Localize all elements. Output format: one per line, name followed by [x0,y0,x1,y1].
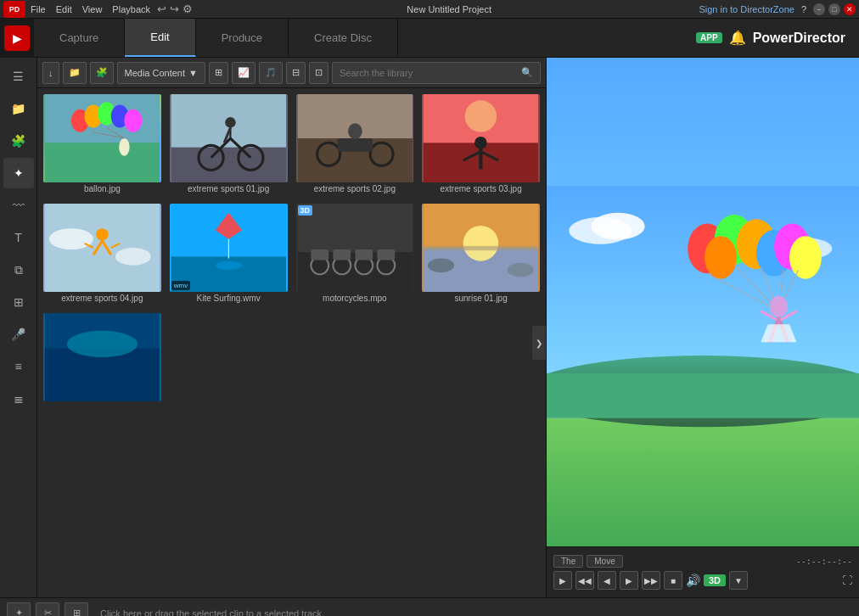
dropdown-arrow-preview[interactable]: ▼ [729,571,748,590]
media-thumb-extreme3 [422,94,540,182]
svg-point-30 [465,100,497,132]
media-item-sunrise[interactable]: sunrise 01.jpg [419,201,542,307]
left-sidebar: ☰ 📁 🧩 ✦ 〰 T ⧉ ⊞ 🎤 ≡ ≣ [0,58,37,597]
media-thumb-extreme2 [296,94,414,182]
notification-icon[interactable]: 🔔 [729,30,746,46]
drop-hint: Click here or drag the selected clip to … [93,608,852,617]
sidebar-motion-icon[interactable]: ⊞ [3,287,34,317]
fullscreen-button[interactable]: ⛶ [842,574,852,586]
media-item-balloon[interactable]: ballon.jpg [41,92,164,198]
svg-rect-57 [355,249,373,260]
tab-produce[interactable]: Produce [196,19,289,57]
sidebar-nav-icon[interactable]: ☰ [3,61,34,92]
menu-view[interactable]: View [82,4,103,14]
undo-icon[interactable]: ↩ [157,3,166,15]
svg-point-36 [49,228,93,249]
tab-edit[interactable]: Edit [125,19,195,57]
audio-view-button[interactable]: 🎵 [259,62,283,84]
magic-tool-button[interactable]: ✦ [7,602,31,617]
svg-rect-1 [45,143,160,182]
media-name-motos: motorcycles.mpo [296,292,414,305]
app-logo-icon: PD [3,1,25,18]
media-item-extreme4[interactable]: extreme sports 04.jpg [41,201,164,307]
search-bar[interactable]: 🔍 [332,62,541,84]
media-name-extreme1: extreme sports 01.jpg [170,182,288,195]
svg-point-7 [119,138,129,156]
preview-scene [547,58,859,546]
tab-create-disc[interactable]: Create Disc [289,19,398,57]
media-item-kite[interactable]: wmv Kite Surfing.wmv [167,201,290,307]
sidebar-transition-icon[interactable]: ⧉ [3,255,34,285]
dropdown-arrow-icon: ▼ [188,68,198,78]
minimize-button[interactable]: − [813,3,825,15]
svg-point-64 [508,263,534,277]
settings-icon[interactable]: ⚙ [182,3,193,15]
media-item-extreme1[interactable]: extreme sports 01.jpg [167,92,290,198]
svg-rect-11 [171,147,285,182]
stop-button[interactable]: ■ [664,571,682,590]
search-input[interactable] [340,68,518,78]
media-item-motos[interactable]: 3D motorcycles.mpo [294,201,417,307]
sidebar-wave-icon[interactable]: 〰 [3,190,34,221]
import-button[interactable]: ↓ [42,62,59,84]
close-button[interactable]: ✕ [844,3,856,15]
redo-icon[interactable]: ↪ [170,3,179,15]
menu-playback[interactable]: Playback [112,4,150,14]
media-name-sunrise: sunrise 01.jpg [422,292,540,305]
scroll-right-arrow[interactable]: ❯ [532,326,546,360]
media-name-balloon: ballon.jpg [43,182,161,195]
brand-area: APP 🔔 PowerDirector [682,30,859,46]
menu-file[interactable]: File [31,4,46,14]
media-panel: ↓ 📁 🧩 Media Content ▼ ⊞ 📈 🎵 ⊟ ⊡ 🔍 [37,58,547,597]
folder-open-button[interactable]: 📁 [63,62,87,84]
3d-mode-button[interactable]: 3D [704,574,726,586]
svg-rect-25 [337,138,373,152]
svg-point-86 [770,296,788,317]
ripple-button[interactable]: ⊞ [65,602,88,617]
tab-capture[interactable]: Capture [34,19,125,57]
plugin-button[interactable]: 🧩 [90,62,114,84]
wmv-badge: wmv [171,281,190,290]
svg-point-72 [592,213,645,240]
media-item-extreme2[interactable]: extreme sports 02.jpg [294,92,417,198]
play-button[interactable]: ▶ [553,571,572,590]
timecode-display: --:--:--:-- [796,557,852,566]
sidebar-mic-icon[interactable]: 🎤 [3,319,34,350]
maximize-button[interactable]: □ [828,3,840,15]
help-button[interactable]: ? [801,4,806,14]
media-name-extreme3: extreme sports 03.jpg [422,182,540,195]
list-view-button[interactable]: ⊟ [286,62,306,84]
sidebar-puzzle-icon[interactable]: 🧩 [3,126,34,156]
pd-icon: ▶ [4,25,30,51]
media-item-extreme3[interactable]: extreme sports 03.jpg [419,92,542,198]
next-frame-button[interactable]: ▶ [620,571,638,590]
volume-button[interactable]: 🔊 [686,574,700,587]
fast-forward-button[interactable]: ▶▶ [642,571,660,590]
razor-tool-button[interactable]: ✂ [36,602,59,617]
menu-edit[interactable]: Edit [56,4,72,14]
timeline-view-button[interactable]: 📈 [232,62,255,84]
content-type-dropdown[interactable]: Media Content ▼ [117,62,205,84]
sidebar-text-icon[interactable]: T [3,222,34,253]
sign-in-link[interactable]: Sign in to DirectorZone [699,4,794,14]
media-item-blue[interactable] [41,311,164,407]
prev-frame-button[interactable]: ◀ [598,571,616,590]
svg-point-6 [124,109,142,132]
svg-point-26 [348,123,362,139]
media-content: ballon.jpg [37,88,546,597]
sidebar-subtitle-icon[interactable]: ≡ [3,351,34,382]
sidebar-fx-icon[interactable]: ✦ [3,158,34,188]
preview-video [547,58,859,546]
search-icon[interactable]: 🔍 [521,67,533,78]
sidebar-folder-icon[interactable]: 📁 [3,93,34,124]
grid-view-button[interactable]: ⊞ [209,62,228,84]
details-view-button[interactable]: ⊡ [309,62,328,84]
rewind-button[interactable]: ◀◀ [575,571,594,590]
mark-out-button[interactable]: Move [587,555,622,568]
media-thumb-extreme4 [43,204,161,292]
svg-rect-56 [333,249,351,260]
media-grid: ballon.jpg [37,88,546,597]
mark-in-button[interactable]: The [553,555,583,568]
3d-badge: 3D [298,205,313,216]
sidebar-chapter-icon[interactable]: ≣ [3,384,34,414]
